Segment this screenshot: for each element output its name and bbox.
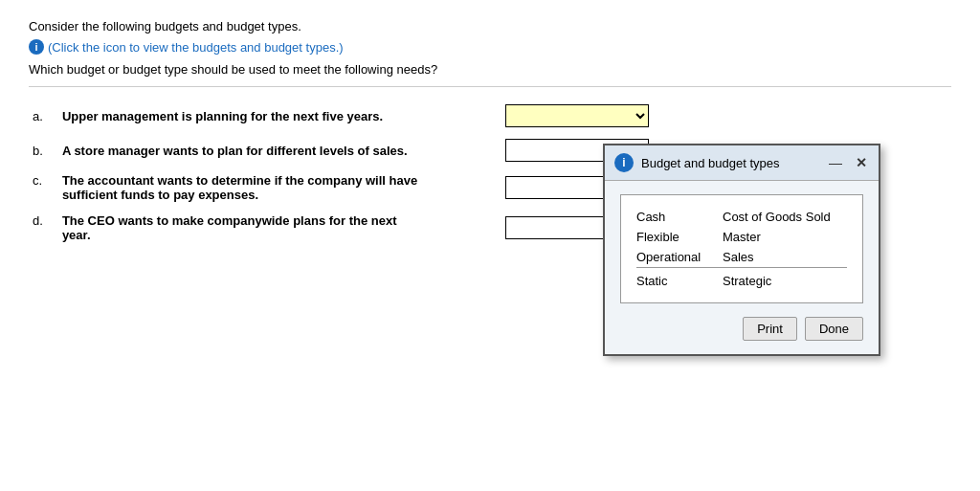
popup-minimize-button[interactable]: — [825,156,846,169]
table-row: Operational Sales [636,247,847,267]
popup-def-master: Master [723,227,847,247]
popup-header: i Budget and budget types — ✕ [605,145,879,181]
popup-term-operational: Operational [636,247,723,267]
popup-term-flexible: Flexible [636,227,723,247]
popup-overlay: i Budget and budget types — ✕ Cash Cost … [0,0,980,267]
table-row: Cash Cost of Goods Sold [636,207,847,227]
popup-def-cogs: Cost of Goods Sold [723,207,847,227]
popup-info-icon: i [614,153,634,172]
table-row: Flexible Master [636,227,847,247]
popup-def-sales: Sales [723,247,847,267]
popup-info-table: Cash Cost of Goods Sold Flexible Master … [636,207,847,267]
popup-body: Cash Cost of Goods Sold Flexible Master … [605,181,879,267]
popup-dialog: i Budget and budget types — ✕ Cash Cost … [603,144,880,267]
popup-content-box: Cash Cost of Goods Sold Flexible Master … [620,194,863,267]
popup-title: Budget and budget types [641,156,817,170]
popup-close-button[interactable]: ✕ [854,156,869,169]
popup-term-cash: Cash [636,207,723,227]
